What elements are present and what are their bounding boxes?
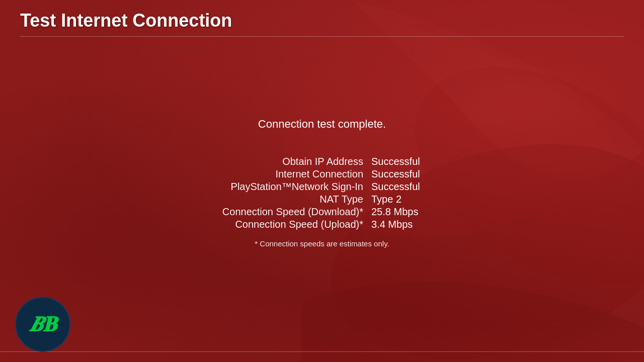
header: Test Internet Connection bbox=[0, 0, 644, 44]
result-label: Connection Speed (Upload)* bbox=[182, 219, 363, 230]
result-row: Internet ConnectionSuccessful bbox=[182, 168, 462, 180]
result-value: 3.4 Mbps bbox=[371, 219, 462, 230]
result-value: Successful bbox=[371, 168, 462, 180]
result-row: Obtain IP AddressSuccessful bbox=[182, 156, 462, 167]
logo-text: 𝑩𝐁 bbox=[30, 314, 56, 335]
result-row: NAT TypeType 2 bbox=[182, 194, 462, 205]
footer-divider bbox=[0, 351, 644, 352]
result-value: Successful bbox=[371, 181, 462, 193]
result-value: 25.8 Mbps bbox=[371, 206, 462, 218]
logo: 𝑩𝐁 bbox=[15, 297, 70, 352]
main-content: Connection test complete. Obtain IP Addr… bbox=[0, 44, 644, 351]
result-label: Internet Connection bbox=[182, 168, 363, 180]
status-message: Connection test complete. bbox=[258, 118, 386, 131]
footnote: * Connection speeds are estimates only. bbox=[255, 239, 389, 248]
header-divider bbox=[20, 36, 624, 37]
page-title: Test Internet Connection bbox=[20, 10, 624, 31]
result-row: PlayStation™Network Sign-InSuccessful bbox=[182, 181, 462, 193]
result-label: NAT Type bbox=[182, 194, 363, 205]
result-row: Connection Speed (Upload)*3.4 Mbps bbox=[182, 219, 462, 230]
results-table: Obtain IP AddressSuccessfulInternet Conn… bbox=[182, 156, 462, 230]
result-label: Obtain IP Address bbox=[182, 156, 363, 167]
result-row: Connection Speed (Download)*25.8 Mbps bbox=[182, 206, 462, 218]
content-wrapper: Test Internet Connection Connection test… bbox=[0, 0, 644, 362]
result-value: Successful bbox=[371, 156, 462, 167]
result-label: PlayStation™Network Sign-In bbox=[182, 181, 363, 193]
result-value: Type 2 bbox=[371, 194, 462, 205]
result-label: Connection Speed (Download)* bbox=[182, 206, 363, 218]
footer bbox=[0, 351, 644, 362]
